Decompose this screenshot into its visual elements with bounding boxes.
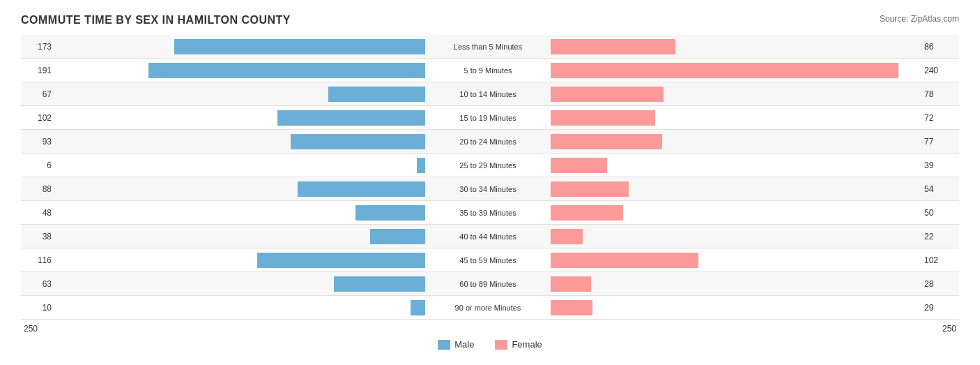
- bar-right-container: [551, 158, 920, 173]
- male-value: 38: [21, 232, 56, 241]
- male-bar: [328, 87, 425, 102]
- chart-area: 173 Less than 5 Minutes 86 191 5 to 9 Mi…: [21, 35, 959, 334]
- chart-row: 63 60 to 89 Minutes 28: [21, 272, 959, 296]
- time-label: 15 to 19 Minutes: [425, 114, 551, 122]
- male-value: 93: [21, 137, 56, 147]
- female-bar: [551, 63, 898, 78]
- chart-row: 88 30 to 34 Minutes 54: [21, 177, 959, 201]
- bar-right-container: [551, 39, 920, 54]
- time-label: 5 to 9 Minutes: [425, 66, 551, 75]
- bar-right-container: [551, 63, 920, 78]
- bar-left-container: [56, 276, 425, 292]
- male-value: 102: [21, 113, 56, 123]
- male-bar: [355, 205, 425, 221]
- male-value: 67: [21, 89, 56, 99]
- time-label: 30 to 34 Minutes: [425, 185, 551, 193]
- chart-row: 38 40 to 44 Minutes 22: [21, 225, 959, 248]
- bar-left-container: [56, 134, 425, 149]
- female-bar: [551, 110, 655, 126]
- female-bar: [551, 300, 592, 315]
- bar-right-container: [551, 276, 920, 292]
- legend-female: Female: [495, 339, 542, 350]
- female-bar: [551, 39, 675, 54]
- axis-left: 250: [21, 324, 424, 334]
- male-bar: [277, 110, 425, 126]
- time-label: 45 to 59 Minutes: [425, 256, 551, 265]
- female-value: 50: [920, 208, 962, 218]
- chart-row: 191 5 to 9 Minutes 240: [21, 59, 959, 82]
- female-color-swatch: [495, 340, 507, 350]
- bar-right-container: [551, 229, 920, 244]
- male-bar: [148, 63, 425, 78]
- bar-left-container: [56, 87, 425, 102]
- chart-title: COMMUTE TIME BY SEX IN HAMILTON COUNTY: [21, 14, 291, 27]
- source-label: Source: ZipAtlas.com: [880, 14, 959, 24]
- bar-left-container: [56, 110, 425, 126]
- chart-row: 116 45 to 59 Minutes 102: [21, 248, 959, 272]
- bar-left-container: [56, 63, 425, 78]
- legend-male-label: Male: [454, 339, 474, 350]
- time-label: 20 to 24 Minutes: [425, 137, 551, 146]
- male-value: 88: [21, 184, 56, 194]
- male-bar: [291, 134, 425, 149]
- male-value: 10: [21, 303, 56, 313]
- female-bar: [551, 229, 583, 244]
- bar-left-container: [56, 253, 425, 268]
- female-bar: [551, 276, 591, 292]
- bar-left-container: [56, 39, 425, 54]
- time-label: 25 to 29 Minutes: [425, 161, 551, 170]
- bar-left-container: [56, 229, 425, 244]
- male-value: 6: [21, 161, 56, 170]
- male-value: 173: [21, 42, 56, 52]
- legend: Male Female: [21, 339, 959, 350]
- chart-row: 6 25 to 29 Minutes 39: [21, 154, 959, 177]
- legend-female-label: Female: [512, 339, 542, 350]
- bar-left-container: [56, 300, 425, 315]
- bar-left-container: [56, 158, 425, 173]
- female-bar: [551, 158, 607, 173]
- female-value: 22: [920, 232, 962, 241]
- bar-left-container: [56, 181, 425, 197]
- time-label: 60 to 89 Minutes: [425, 280, 551, 288]
- female-value: 102: [920, 255, 962, 265]
- bar-right-container: [551, 87, 920, 102]
- male-bar: [370, 229, 425, 244]
- female-value: 29: [920, 303, 962, 313]
- female-bar: [551, 87, 664, 102]
- time-label: Less than 5 Minutes: [425, 43, 551, 51]
- female-value: 39: [920, 161, 962, 170]
- bar-right-container: [551, 205, 920, 221]
- time-label: 40 to 44 Minutes: [425, 232, 551, 241]
- male-value: 48: [21, 208, 56, 218]
- female-value: 86: [920, 42, 962, 52]
- chart-row: 10 90 or more Minutes 29: [21, 296, 959, 320]
- male-bar: [334, 276, 425, 292]
- axis-right: 250: [549, 324, 959, 334]
- male-value: 116: [21, 255, 56, 265]
- legend-male: Male: [438, 339, 474, 350]
- bar-right-container: [551, 181, 920, 197]
- chart-row: 67 10 to 14 Minutes 78: [21, 82, 959, 106]
- male-bar: [417, 158, 425, 173]
- male-color-swatch: [438, 340, 450, 350]
- bar-right-container: [551, 134, 920, 149]
- female-bar: [551, 181, 629, 197]
- chart-row: 93 20 to 24 Minutes 77: [21, 130, 959, 154]
- bar-right-container: [551, 110, 920, 126]
- male-bar: [298, 181, 425, 197]
- female-value: 28: [920, 279, 962, 289]
- female-bar: [551, 134, 662, 149]
- chart-row: 102 15 to 19 Minutes 72: [21, 106, 959, 130]
- female-value: 240: [920, 66, 962, 75]
- chart-row: 173 Less than 5 Minutes 86: [21, 35, 959, 59]
- male-value: 63: [21, 279, 56, 289]
- bar-right-container: [551, 253, 920, 268]
- male-bar: [174, 39, 425, 54]
- female-value: 78: [920, 89, 962, 99]
- bar-right-container: [551, 300, 920, 315]
- female-value: 54: [920, 184, 962, 194]
- male-value: 191: [21, 66, 56, 75]
- male-bar: [257, 253, 425, 268]
- axis-row: 250 250: [21, 324, 959, 334]
- chart-row: 48 35 to 39 Minutes 50: [21, 201, 959, 225]
